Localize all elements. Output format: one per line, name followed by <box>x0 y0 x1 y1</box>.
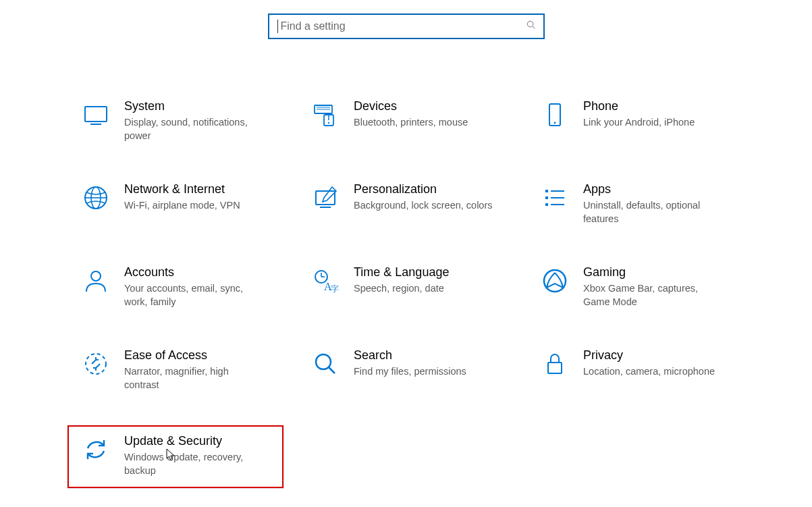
tile-system[interactable]: System Display, sound, notifications, po… <box>74 93 283 151</box>
tile-title: Ease of Access <box>124 348 277 363</box>
tile-desc: Bluetooth, printers, mouse <box>354 115 495 129</box>
tile-desc: Wi-Fi, airplane mode, VPN <box>124 198 266 212</box>
paint-icon <box>310 183 340 213</box>
svg-line-1 <box>533 26 535 28</box>
svg-point-9 <box>328 122 329 124</box>
tile-network[interactable]: Network & Internet Wi-Fi, airplane mode,… <box>74 176 283 234</box>
text-cursor <box>277 20 278 33</box>
magnifier-icon <box>310 349 340 379</box>
tile-gaming[interactable]: Gaming Xbox Game Bar, captures, Game Mod… <box>533 259 742 317</box>
tile-title: Network & Internet <box>124 182 277 197</box>
tile-accounts[interactable]: Accounts Your accounts, email, sync, wor… <box>74 259 283 317</box>
tile-title: Phone <box>583 99 736 114</box>
tile-apps[interactable]: Apps Uninstall, defaults, optional featu… <box>533 176 742 234</box>
tile-phone[interactable]: Phone Link your Android, iPhone <box>533 93 742 151</box>
search-placeholder: Find a setting <box>281 20 346 32</box>
tile-title: Personalization <box>354 182 506 197</box>
tile-desc: Link your Android, iPhone <box>583 115 725 129</box>
update-icon <box>81 435 111 464</box>
tile-desc: Windows Update, recovery, backup <box>124 450 266 478</box>
time-language-icon: A 字 <box>310 266 340 296</box>
tile-privacy[interactable]: Privacy Location, camera, microphone <box>533 342 742 400</box>
tile-title: Time & Language <box>354 265 506 280</box>
tile-ease-of-access[interactable]: Ease of Access Narrator, magnifier, high… <box>74 342 283 400</box>
tile-desc: Location, camera, microphone <box>583 365 725 378</box>
tile-title: System <box>124 99 277 114</box>
tile-title: Privacy <box>583 348 736 363</box>
lock-icon <box>540 349 570 379</box>
tile-update-security[interactable]: Update & Security Windows Update, recove… <box>67 425 283 488</box>
tile-title: Apps <box>583 182 736 197</box>
ease-of-access-icon <box>81 349 111 379</box>
svg-line-32 <box>329 367 335 373</box>
tile-desc: Your accounts, email, sync, work, family <box>124 282 266 309</box>
svg-rect-19 <box>545 203 548 206</box>
tile-title: Update & Security <box>124 433 277 449</box>
tile-title: Gaming <box>583 265 736 280</box>
svg-rect-18 <box>545 196 548 199</box>
tile-personalization[interactable]: Personalization Background, lock screen,… <box>304 176 513 234</box>
tile-title: Search <box>354 348 506 363</box>
tile-desc: Uninstall, defaults, optional features <box>583 198 725 226</box>
tile-desc: Display, sound, notifications, power <box>124 115 266 143</box>
phone-icon <box>540 100 570 130</box>
svg-rect-2 <box>85 107 107 122</box>
tile-desc: Xbox Game Bar, captures, Game Mode <box>583 282 725 309</box>
apps-icon <box>540 183 570 213</box>
tile-search[interactable]: Search Find my files, permissions <box>304 342 513 400</box>
globe-icon <box>81 183 111 213</box>
svg-rect-17 <box>545 190 548 192</box>
svg-point-0 <box>527 21 533 27</box>
tile-desc: Find my files, permissions <box>354 365 495 378</box>
tile-title: Devices <box>354 99 506 114</box>
gaming-icon <box>540 266 570 296</box>
search-icon <box>526 20 537 33</box>
svg-text:字: 字 <box>331 284 339 294</box>
svg-point-11 <box>554 122 556 124</box>
search-input[interactable]: Find a setting <box>268 14 545 39</box>
svg-point-30 <box>86 354 106 374</box>
tile-desc: Background, lock screen, colors <box>354 198 495 212</box>
svg-point-31 <box>316 354 331 369</box>
tile-desc: Narrator, magnifier, high contrast <box>124 365 266 392</box>
tile-time-language[interactable]: A 字 Time & Language Speech, region, date <box>304 259 513 317</box>
settings-grid: System Display, sound, notifications, po… <box>0 39 812 488</box>
system-icon <box>81 100 111 130</box>
devices-icon <box>310 100 340 130</box>
tile-devices[interactable]: Devices Bluetooth, printers, mouse <box>304 93 513 151</box>
tile-desc: Speech, region, date <box>354 282 495 295</box>
svg-point-23 <box>91 271 101 281</box>
tile-title: Accounts <box>124 265 277 280</box>
person-icon <box>81 266 111 296</box>
svg-rect-33 <box>548 363 562 373</box>
svg-rect-15 <box>316 191 335 205</box>
